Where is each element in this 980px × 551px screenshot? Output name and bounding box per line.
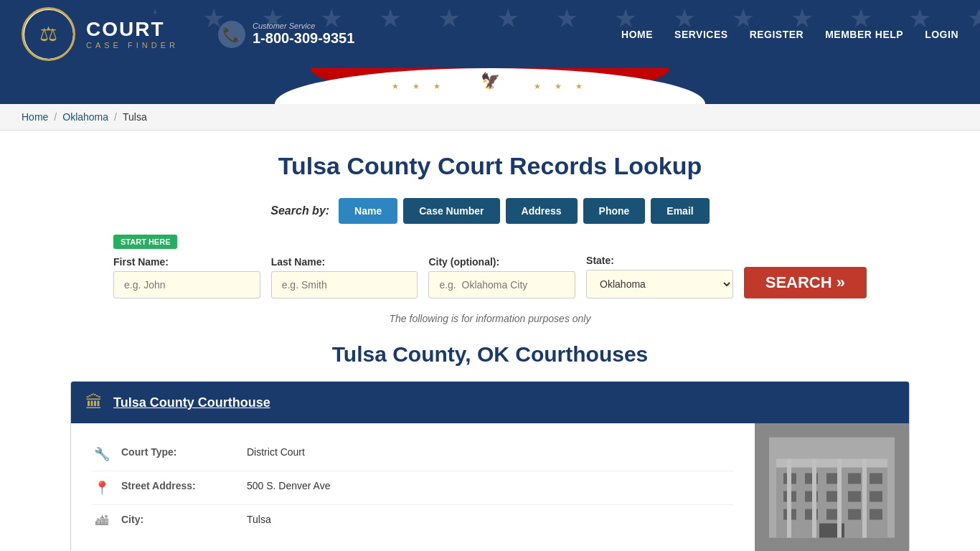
nav-register[interactable]: REGISTER [750, 29, 804, 40]
last-name-group: Last Name: [271, 256, 418, 298]
detail-row-street: 📍 Street Address: 500 S. Denver Ave [93, 471, 733, 505]
city-input[interactable] [428, 271, 575, 298]
svg-rect-21 [812, 459, 816, 538]
search-button[interactable]: SEARCH » [744, 267, 867, 298]
breadcrumb: Home / Oklahoma / Tulsa [22, 111, 958, 123]
start-here-badge: START HERE [113, 235, 177, 249]
breadcrumb-bar: Home / Oklahoma / Tulsa [0, 104, 980, 131]
svg-rect-23 [862, 459, 867, 538]
state-select[interactable]: Oklahoma [586, 270, 733, 298]
logo-text-block: COURT CASE FINDER [75, 14, 189, 55]
street-label: Street Address: [121, 480, 236, 491]
detail-row-court-type: 🔧 Court Type: District Court [93, 438, 733, 471]
header-nav: HOME SERVICES REGISTER MEMBER HELP LOGIN [621, 29, 958, 40]
detail-row-city: 🏙 City: Tulsa [93, 505, 733, 537]
logo-circle-inner: ⚖ [24, 10, 73, 59]
form-section: START HERE First Name: Last Name: City (… [113, 235, 867, 298]
nav-member-help[interactable]: MEMBER HELP [825, 29, 903, 40]
nav-services[interactable]: SERVICES [674, 29, 728, 40]
logo-shield-icon: ⚖ [39, 22, 57, 46]
city-detail-label: City: [121, 514, 236, 525]
state-label: State: [586, 255, 733, 266]
info-note: The following is for information purpose… [29, 313, 951, 324]
courthouse-image [755, 423, 909, 551]
svg-rect-17 [870, 509, 882, 520]
city-detail-value: Tulsa [247, 514, 271, 525]
street-icon: 📍 [93, 480, 110, 496]
svg-rect-7 [870, 474, 882, 484]
courthouse-name[interactable]: Tulsa County Courthouse [113, 395, 270, 410]
nav-login[interactable]: LOGIN [925, 29, 958, 40]
city-icon: 🏙 [93, 514, 110, 529]
court-type-label: Court Type: [121, 446, 236, 458]
ribbon-area: 🦅 ★ ★ ★ ★ ★ ★ [0, 68, 980, 104]
page-title: Tulsa County Court Records Lookup [29, 152, 951, 180]
svg-rect-11 [848, 491, 861, 502]
svg-rect-19 [776, 459, 887, 468]
last-name-label: Last Name: [271, 256, 418, 268]
svg-rect-22 [837, 459, 842, 538]
courthouses-title: Tulsa County, OK Courthouses [29, 342, 951, 367]
street-value: 500 S. Denver Ave [247, 480, 330, 491]
search-by-row: Search by: Name Case Number Address Phon… [29, 198, 951, 224]
eagle-icon: 🦅 [481, 72, 500, 90]
court-type-icon: 🔧 [93, 446, 110, 462]
cs-label: Customer Service [253, 22, 354, 30]
courthouse-building-svg [755, 423, 909, 551]
courthouse-header: 🏛 Tulsa County Courthouse [71, 382, 909, 423]
svg-rect-12 [870, 491, 882, 502]
svg-rect-20 [787, 459, 791, 538]
first-name-label: First Name: [113, 256, 260, 268]
breadcrumb-home[interactable]: Home [22, 111, 48, 123]
state-group: State: Oklahoma [586, 255, 733, 298]
main-content: Tulsa County Court Records Lookup Search… [0, 131, 980, 551]
logo-area: ⚖ COURT CASE FINDER [22, 7, 189, 61]
breadcrumb-current: Tulsa [123, 111, 147, 123]
logo-case-finder-text: CASE FINDER [86, 41, 179, 50]
first-name-group: First Name: [113, 256, 260, 298]
courthouse-details: 🔧 Court Type: District Court 📍 Street Ad… [71, 423, 755, 551]
site-header: ⚖ COURT CASE FINDER 📞 Customer Service 1… [0, 0, 980, 68]
breadcrumb-sep-1: / [54, 111, 57, 123]
tab-case-number[interactable]: Case Number [403, 198, 499, 224]
svg-rect-6 [848, 474, 861, 484]
breadcrumb-sep-2: / [114, 111, 117, 123]
city-group: City (optional): [428, 256, 575, 298]
logo-circle: ⚖ [22, 7, 75, 61]
courthouse-card: 🏛 Tulsa County Courthouse 🔧 Court Type: … [70, 381, 910, 551]
svg-rect-16 [848, 509, 861, 520]
court-type-value: District Court [247, 446, 305, 458]
tab-email[interactable]: Email [651, 198, 709, 224]
cs-phone: 1-800-309-9351 [253, 30, 354, 47]
breadcrumb-oklahoma[interactable]: Oklahoma [62, 111, 108, 123]
customer-service: 📞 Customer Service 1-800-309-9351 [218, 21, 354, 48]
search-by-label: Search by: [270, 204, 329, 217]
tab-address[interactable]: Address [506, 198, 578, 224]
last-name-input[interactable] [271, 271, 418, 298]
courthouse-icon: 🏛 [85, 392, 103, 413]
cs-text: Customer Service 1-800-309-9351 [253, 22, 354, 47]
first-name-input[interactable] [113, 271, 260, 298]
courthouse-body: 🔧 Court Type: District Court 📍 Street Ad… [71, 423, 909, 551]
form-row: First Name: Last Name: City (optional): … [113, 255, 867, 298]
nav-home[interactable]: HOME [621, 29, 653, 40]
phone-icon: 📞 [218, 21, 245, 48]
tab-phone[interactable]: Phone [583, 198, 646, 224]
tab-name[interactable]: Name [339, 198, 397, 224]
city-label: City (optional): [428, 256, 575, 268]
logo-court-text: COURT [86, 19, 165, 39]
